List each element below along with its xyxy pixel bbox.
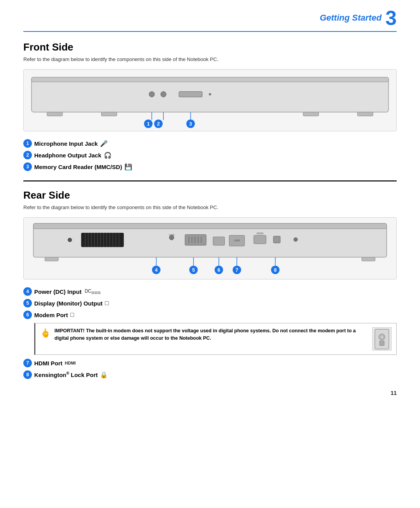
svg-text:8: 8 [274, 267, 276, 273]
component-label-4: Power (DC) Input [34, 288, 82, 295]
svg-rect-22 [362, 257, 375, 261]
rear-component-list: 4 Power (DC) Input DC⊟⊟⊟ 5 Display (Moni… [23, 287, 397, 379]
svg-rect-49 [254, 235, 266, 244]
microphone-icon: 🎤 [100, 140, 108, 147]
front-side-intro: Refer to the diagram below to identify t… [23, 56, 397, 62]
important-icon: 🖕 [40, 328, 51, 338]
badge-6: 6 [23, 311, 32, 319]
component-item-3: 3 Memory Card Reader (MMC/SD) 💾 [23, 162, 397, 171]
svg-rect-70 [380, 341, 384, 346]
front-side-title: Front Side [23, 41, 397, 53]
rear-side-svg: USB LAN HDMI [24, 218, 396, 279]
svg-rect-4 [303, 112, 319, 116]
badge-3: 3 [23, 162, 32, 171]
important-text: IMPORTANT! The built-in modem does not s… [54, 327, 368, 342]
page-number: 11 [390, 390, 397, 396]
component-label-5: Display (Monitor) Output [34, 300, 103, 307]
svg-text:3: 3 [189, 121, 192, 127]
svg-point-6 [149, 92, 154, 97]
svg-text:2: 2 [157, 121, 160, 127]
badge-1: 1 [23, 139, 32, 148]
svg-point-7 [161, 92, 166, 97]
component-item-8: 8 Kensington® Lock Port 🔒 [23, 370, 397, 379]
svg-rect-3 [102, 112, 117, 116]
component-label-8: Kensington® Lock Port [34, 371, 98, 378]
component-label-3: Memory Card Reader (MMC/SD) [34, 164, 122, 170]
chapter-number: 3 [385, 8, 397, 28]
svg-rect-20 [33, 223, 387, 229]
wall-outlet-image [372, 327, 392, 351]
svg-text:1: 1 [147, 121, 150, 127]
component-label-6: Modem Port [34, 312, 68, 318]
svg-point-23 [68, 238, 72, 242]
component-label-7: HDMI Port [34, 360, 63, 367]
component-item-1: 1 Microphone Input Jack 🎤 [23, 139, 397, 148]
section-divider [23, 180, 397, 182]
modem-icon: □ [70, 311, 74, 318]
important-label: IMPORTANT! [54, 328, 85, 333]
rear-side-title: Rear Side [23, 189, 397, 201]
page-header: Getting Started 3 [23, 8, 397, 32]
rear-side-section: Rear Side Refer to the diagram below to … [23, 189, 397, 379]
svg-rect-2 [47, 112, 63, 116]
svg-rect-1 [32, 77, 388, 82]
badge-5: 5 [23, 299, 32, 307]
svg-text:LAN: LAN [234, 239, 240, 242]
page-wrapper: Getting Started 3 Front Side Refer to th… [0, 0, 420, 404]
svg-text:5: 5 [192, 267, 195, 273]
svg-rect-21 [45, 257, 58, 261]
hdmi-icon: HDMI [65, 361, 76, 365]
dc-input-icon: DC⊟⊟⊟ [85, 288, 101, 295]
rear-side-intro: Refer to the diagram below to identify t… [23, 204, 397, 210]
component-item-6: 6 Modem Port □ [23, 311, 397, 319]
badge-7: 7 [23, 359, 32, 367]
svg-text:USB: USB [169, 234, 175, 236]
svg-rect-8 [179, 92, 202, 97]
monitor-icon: □ [105, 300, 109, 307]
chapter-title: Getting Started [320, 13, 382, 23]
headphone-icon: 🎧 [104, 152, 112, 159]
svg-text:4: 4 [155, 267, 158, 273]
kensington-lock-icon: 🔒 [100, 371, 108, 379]
front-component-list: 1 Microphone Input Jack 🎤 2 Headphone Ou… [23, 139, 397, 171]
svg-rect-24 [81, 233, 124, 247]
badge-8: 8 [23, 370, 32, 379]
front-side-svg: 1 2 3 [24, 70, 396, 131]
badge-2: 2 [23, 151, 32, 159]
front-side-section: Front Side Refer to the diagram below to… [23, 41, 397, 171]
memory-card-icon: 💾 [124, 163, 132, 171]
component-item-5: 5 Display (Monitor) Output □ [23, 299, 397, 307]
badge-4: 4 [23, 287, 32, 296]
rear-side-diagram: USB LAN HDMI [23, 217, 397, 279]
component-item-7: 7 HDMI Port HDMI [23, 359, 397, 367]
component-item-4: 4 Power (DC) Input DC⊟⊟⊟ [23, 287, 397, 296]
svg-rect-50 [273, 236, 280, 243]
svg-point-9 [209, 93, 211, 96]
front-side-diagram: 1 2 3 [23, 69, 397, 131]
component-label-2: Headphone Output Jack [34, 152, 102, 159]
svg-rect-5 [357, 112, 373, 116]
svg-point-51 [294, 237, 298, 241]
svg-point-69 [380, 335, 384, 339]
svg-text:6: 6 [217, 267, 220, 273]
svg-rect-45 [213, 237, 225, 245]
svg-text:7: 7 [236, 267, 238, 273]
svg-text:HDMI: HDMI [257, 232, 264, 235]
svg-rect-39 [185, 234, 206, 245]
component-item-2: 2 Headphone Output Jack 🎧 [23, 151, 397, 159]
important-notice: 🖕 IMPORTANT! The built-in modem does not… [34, 323, 397, 355]
component-label-1: Microphone Input Jack [34, 140, 98, 147]
